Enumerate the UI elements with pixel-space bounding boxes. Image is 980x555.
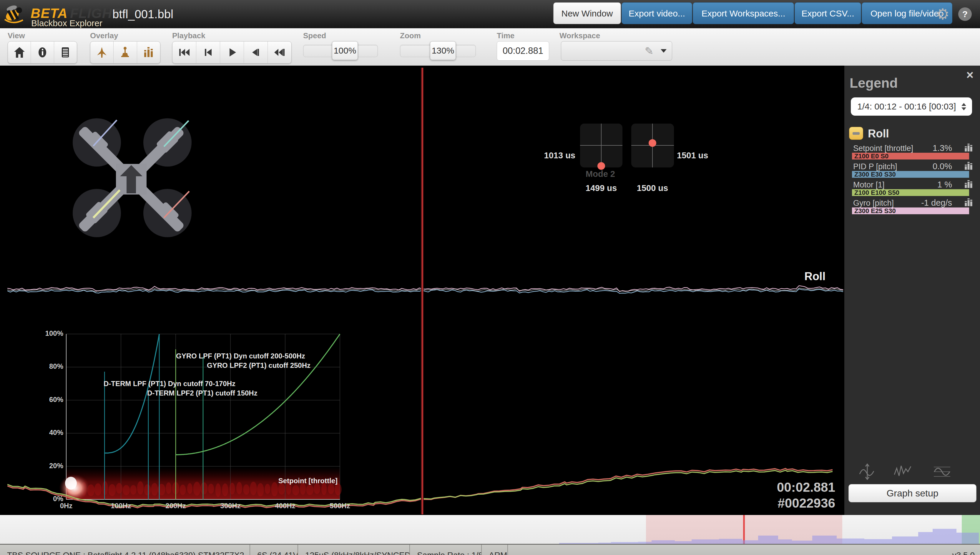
dterm-lpf-annotation: D-TERM LPF (PT1) Dyn cutoff 70-170Hz	[104, 380, 236, 388]
analyser-bars-icon[interactable]	[964, 143, 973, 152]
export-csv-button[interactable]: Export CSV...	[795, 2, 861, 24]
status-bar: TBS SOURCE ONE : Betaflight 4.2.11 (948b…	[0, 544, 980, 555]
zoom-value-badge[interactable]: 130%	[430, 41, 456, 60]
overlay-group-label: Overlay	[90, 31, 118, 40]
play-icon	[226, 47, 238, 58]
jump-end-button[interactable]	[268, 42, 291, 63]
x-tick-100hz: 100Hz	[103, 502, 139, 510]
betaflight-bee-icon	[3, 3, 28, 25]
table-view-button[interactable]	[54, 42, 77, 63]
zoom-label: Zoom	[400, 31, 421, 40]
time-input[interactable]: 00:02.881	[497, 41, 549, 61]
gyro-lpf2-annotation: GYRO LPF2 (PT1) cutoff 250Hz	[207, 361, 311, 370]
analyser-overlay-button[interactable]	[137, 42, 160, 63]
graph-canvas[interactable]	[7, 68, 844, 514]
status-arm: ARM	[482, 545, 508, 555]
roll-group-collapse-button[interactable]	[849, 127, 863, 140]
graph-area[interactable]: 1013 us 1501 us Mode 2 1499 us 1500 us R…	[0, 66, 980, 515]
field-curve-settings[interactable]: Z100 E0 S0	[852, 153, 969, 159]
field-curve-settings[interactable]: Z300 E30 S30	[852, 171, 969, 178]
left-stick-position-dot	[597, 162, 605, 170]
y-tick-20: 20%	[34, 462, 63, 470]
next-frame-icon	[250, 47, 261, 58]
left-stick-bottom-value: 1499 us	[576, 183, 626, 193]
stick-icon	[119, 46, 132, 59]
log-range-selector[interactable]: 1/4: 00:12 - 00:16 [00:03]	[851, 98, 972, 115]
left-stick-side-value: 1013 us	[528, 151, 575, 160]
workspace-select[interactable]: ✎	[561, 41, 672, 61]
field-name[interactable]: Motor [1]	[853, 180, 885, 189]
speed-label: Speed	[303, 31, 326, 40]
legend-sidebar: × Legend 1/4: 00:12 - 00:16 [00:03] Roll…	[844, 66, 980, 515]
home-view-button[interactable]	[8, 42, 31, 63]
dterm-lpf2-annotation: D-TERM LPF2 (PT1) cutoff 150Hz	[147, 389, 258, 397]
y-tick-40: 40%	[34, 428, 63, 437]
toolbar: View Overlay Playback Speed Zoom Time Wo…	[0, 28, 980, 66]
export-workspaces-button[interactable]: Export Workspaces...	[693, 2, 794, 24]
field-value: -1 deg/s	[914, 198, 952, 208]
spectrogram-source-label: Setpoint [throttle]	[264, 477, 338, 485]
export-video-button[interactable]: Export video...	[622, 2, 692, 24]
view-group-label: View	[8, 31, 25, 40]
jump-start-button[interactable]	[172, 42, 196, 63]
workspace-caret-icon	[661, 49, 667, 53]
view-button-group	[8, 41, 77, 64]
select-arrows-icon	[961, 103, 972, 111]
skip-start-icon	[178, 47, 191, 58]
field-name[interactable]: Gyro [pitch]	[853, 199, 894, 208]
x-tick-400hz: 400Hz	[268, 502, 303, 510]
craft-overlay-button[interactable]	[90, 42, 114, 63]
log-info-button[interactable]	[31, 42, 54, 63]
settings-gear-icon[interactable]: ⚙	[936, 6, 950, 22]
field-name[interactable]: PID P [pitch]	[853, 162, 897, 171]
field-curve-settings[interactable]: Z300 E25 S30	[852, 207, 969, 214]
current-time-display: 00:02.881	[754, 480, 835, 495]
x-tick-0hz: 0Hz	[48, 502, 84, 510]
y-tick-60: 60%	[34, 396, 63, 404]
field-value: 0.0%	[918, 162, 952, 171]
smoothing-icon[interactable]	[933, 462, 951, 481]
analyser-bars-icon[interactable]	[964, 180, 973, 189]
playback-button-group	[172, 41, 292, 64]
status-craft-firmware: TBS SOURCE ONE : Betaflight 4.2.11 (948b…	[0, 545, 250, 555]
y-tick-100: 100%	[34, 329, 63, 337]
current-frame-display: #0022936	[754, 496, 835, 510]
right-stick-position-dot	[649, 139, 656, 147]
table-icon	[59, 46, 72, 59]
craft-view	[73, 118, 192, 237]
workspace-label: Workspace	[560, 31, 600, 40]
x-tick-500hz: 500Hz	[322, 502, 358, 510]
top-bar: BETA FLIGHT Blackbox Explorer btfl_001.b…	[0, 0, 980, 29]
logo-subtitle: Blackbox Explorer	[31, 18, 103, 28]
seekbar[interactable]	[0, 515, 980, 544]
help-icon[interactable]: ?	[958, 7, 972, 21]
play-pause-button[interactable]	[220, 42, 244, 63]
analyser-bars-icon[interactable]	[964, 162, 973, 170]
right-stick-bottom-value: 1500 us	[627, 183, 677, 193]
zoom-vertical-icon[interactable]	[857, 462, 876, 481]
field-name[interactable]: Setpoint [throttle]	[853, 144, 913, 153]
seekbar-playhead[interactable]	[743, 515, 745, 544]
info-icon	[36, 46, 49, 59]
field-value: 1 %	[918, 180, 952, 189]
pencil-icon[interactable]: ✎	[645, 45, 654, 58]
raw-trace-icon[interactable]	[893, 462, 912, 481]
home-icon	[13, 46, 26, 59]
close-icon[interactable]: ×	[966, 68, 974, 82]
x-tick-200hz: 200Hz	[158, 502, 193, 510]
log-range-value: 1/4: 00:12 - 00:16 [00:03]	[851, 101, 961, 112]
field-curve-settings[interactable]: Z100 E100 S50	[852, 189, 969, 196]
playback-group-label: Playback	[172, 31, 205, 40]
step-forward-button[interactable]	[244, 42, 268, 63]
analyser-bars-icon[interactable]	[964, 198, 973, 207]
app-version: v3.5.0	[952, 545, 980, 555]
x-tick-300hz: 300Hz	[213, 502, 248, 510]
log-file-title: btfl_001.bbl	[112, 8, 173, 21]
step-back-button[interactable]	[196, 42, 220, 63]
stick-overlay	[580, 124, 674, 170]
sticks-overlay-button[interactable]	[114, 42, 137, 63]
y-tick-80: 80%	[34, 362, 63, 371]
speed-value-badge[interactable]: 100%	[332, 41, 358, 60]
graph-setup-button[interactable]: Graph setup	[848, 484, 977, 502]
new-window-button[interactable]: New Window	[553, 2, 621, 24]
